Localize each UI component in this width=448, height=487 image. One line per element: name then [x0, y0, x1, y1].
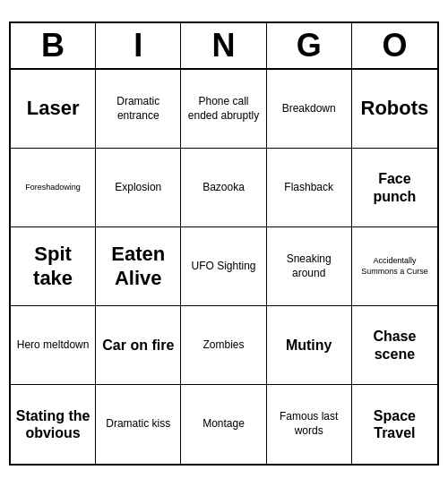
bingo-cell-3[interactable]: Breakdown [267, 70, 352, 149]
bingo-cell-6[interactable]: Explosion [96, 149, 181, 227]
bingo-cell-19[interactable]: Chase scene [352, 306, 437, 385]
bingo-cell-0[interactable]: Laser [11, 70, 96, 149]
bingo-cell-24[interactable]: Space Travel [352, 385, 437, 464]
bingo-cell-20[interactable]: Stating the obvious [11, 385, 96, 464]
bingo-header: B I N G O [11, 23, 437, 70]
bingo-cell-9[interactable]: Face punch [352, 149, 437, 227]
bingo-cell-12[interactable]: UFO Sighting [181, 227, 266, 306]
bingo-cell-10[interactable]: Spit take [11, 227, 96, 306]
bingo-cell-23[interactable]: Famous last words [267, 385, 352, 464]
bingo-cell-2[interactable]: Phone call ended abruptly [181, 70, 266, 149]
bingo-cell-4[interactable]: Robots [352, 70, 437, 149]
bingo-cell-7[interactable]: Bazooka [181, 149, 266, 227]
bingo-cell-16[interactable]: Car on fire [96, 306, 181, 385]
bingo-grid: LaserDramatic entrancePhone call ended a… [11, 70, 437, 464]
bingo-card: B I N G O LaserDramatic entrancePhone ca… [9, 21, 439, 466]
bingo-cell-11[interactable]: Eaten Alive [96, 227, 181, 306]
bingo-cell-15[interactable]: Hero meltdown [11, 306, 96, 385]
bingo-cell-1[interactable]: Dramatic entrance [96, 70, 181, 149]
header-n: N [181, 23, 266, 68]
bingo-cell-5[interactable]: Foreshadowing [11, 149, 96, 227]
header-g: G [267, 23, 352, 68]
bingo-cell-17[interactable]: Zombies [181, 306, 266, 385]
header-b: B [11, 23, 96, 68]
bingo-cell-22[interactable]: Montage [181, 385, 266, 464]
header-i: I [96, 23, 181, 68]
header-o: O [352, 23, 437, 68]
bingo-cell-14[interactable]: Accidentally Summons a Curse [352, 227, 437, 306]
bingo-cell-21[interactable]: Dramatic kiss [96, 385, 181, 464]
bingo-cell-8[interactable]: Flashback [267, 149, 352, 227]
bingo-cell-13[interactable]: Sneaking around [267, 227, 352, 306]
bingo-cell-18[interactable]: Mutiny [267, 306, 352, 385]
